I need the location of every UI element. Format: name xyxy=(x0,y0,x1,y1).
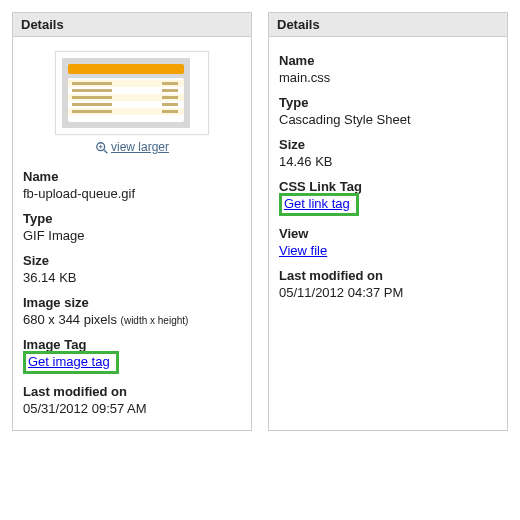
panel-header: Details xyxy=(269,13,507,37)
name-label: Name xyxy=(23,169,241,184)
panel-header: Details xyxy=(13,13,251,37)
view-larger-row: view larger xyxy=(23,139,241,155)
modified-label: Last modified on xyxy=(279,268,497,283)
get-link-tag-link[interactable]: Get link tag xyxy=(284,196,350,211)
svg-rect-11 xyxy=(162,82,178,85)
image-tag-value: Get image tag xyxy=(23,354,241,374)
svg-rect-15 xyxy=(162,110,178,113)
view-label: View xyxy=(279,226,497,241)
type-value: Cascading Style Sheet xyxy=(279,112,497,127)
thumbnail-frame xyxy=(55,51,209,135)
svg-rect-13 xyxy=(162,96,178,99)
view-file-link[interactable]: View file xyxy=(279,243,327,258)
svg-rect-14 xyxy=(162,103,178,106)
size-value: 14.46 KB xyxy=(279,154,497,169)
size-value: 36.14 KB xyxy=(23,270,241,285)
svg-rect-7 xyxy=(72,89,112,92)
panel-body: Name main.css Type Cascading Style Sheet… xyxy=(269,37,507,314)
svg-rect-8 xyxy=(72,96,112,99)
panel-body: view larger Name fb-upload-queue.gif Typ… xyxy=(13,37,251,430)
magnify-icon xyxy=(95,141,109,155)
image-size-value: 680 x 344 pixels (width x height) xyxy=(23,312,241,327)
type-label: Type xyxy=(23,211,241,226)
image-size-text: 680 x 344 pixels xyxy=(23,312,117,327)
name-value: fb-upload-queue.gif xyxy=(23,186,241,201)
size-label: Size xyxy=(279,137,497,152)
css-link-tag-label: CSS Link Tag xyxy=(279,179,497,194)
css-link-tag-value: Get link tag xyxy=(279,196,497,216)
view-value: View file xyxy=(279,243,497,258)
image-size-note: (width x height) xyxy=(121,315,189,326)
type-value: GIF Image xyxy=(23,228,241,243)
details-panel-left: Details xyxy=(12,12,252,431)
highlight-box: Get image tag xyxy=(23,351,119,374)
get-image-tag-link[interactable]: Get image tag xyxy=(28,354,110,369)
svg-rect-10 xyxy=(72,110,112,113)
name-value: main.css xyxy=(279,70,497,85)
svg-rect-6 xyxy=(72,82,112,85)
svg-rect-12 xyxy=(162,89,178,92)
size-label: Size xyxy=(23,253,241,268)
view-larger-link[interactable]: view larger xyxy=(111,140,169,154)
modified-value: 05/11/2012 04:37 PM xyxy=(279,285,497,300)
svg-line-17 xyxy=(104,149,108,153)
image-size-label: Image size xyxy=(23,295,241,310)
details-panel-right: Details Name main.css Type Cascading Sty… xyxy=(268,12,508,431)
svg-rect-9 xyxy=(72,103,112,106)
modified-label: Last modified on xyxy=(23,384,241,399)
type-label: Type xyxy=(279,95,497,110)
highlight-box: Get link tag xyxy=(279,193,359,216)
name-label: Name xyxy=(279,53,497,68)
svg-rect-1 xyxy=(68,64,184,74)
thumbnail-image xyxy=(62,58,190,128)
modified-value: 05/31/2012 09:57 AM xyxy=(23,401,241,416)
image-tag-label: Image Tag xyxy=(23,337,241,352)
